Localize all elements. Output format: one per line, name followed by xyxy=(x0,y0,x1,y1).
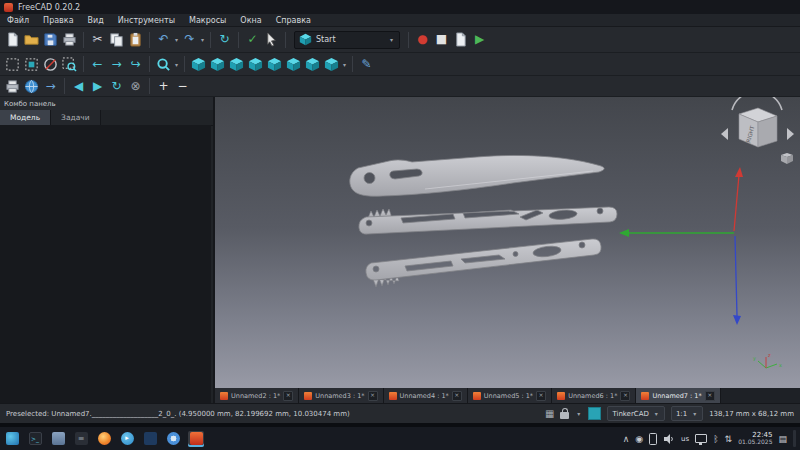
browser-refresh-icon[interactable]: ↻ xyxy=(107,77,126,96)
combo-panel-title[interactable]: Комбо панель xyxy=(0,97,213,110)
view-bottom-icon[interactable] xyxy=(284,55,303,74)
doc-tab-active[interactable]: Unnamed7 : 1* × xyxy=(636,388,720,403)
clock[interactable]: 22:45 01.05.2025 xyxy=(738,432,772,446)
terminal-app-button[interactable]: >_ xyxy=(27,431,43,447)
web-home-icon[interactable] xyxy=(22,77,41,96)
show-desktop-button[interactable] xyxy=(793,430,796,447)
doc-tab[interactable]: Unnamed4 : 1* × xyxy=(384,388,468,403)
fit-zoom-icon[interactable] xyxy=(154,55,173,74)
menu-view[interactable]: Вид xyxy=(81,16,111,25)
tray-expand-icon[interactable]: ∧ xyxy=(623,434,630,444)
view-right-icon[interactable] xyxy=(246,55,265,74)
doc-tab[interactable]: Unnamed3 : 1* × xyxy=(299,388,383,403)
redo-dropdown-icon[interactable]: ▾ xyxy=(199,36,206,43)
nav-forward-arrow-icon[interactable]: → xyxy=(107,55,126,74)
browser-app-button[interactable] xyxy=(165,431,181,447)
keyboard-layout-indicator[interactable]: us xyxy=(681,435,689,443)
macro-record-icon[interactable]: ● xyxy=(413,30,432,49)
browser-forward-icon[interactable]: ▶ xyxy=(88,77,107,96)
box-selection-icon[interactable] xyxy=(3,55,22,74)
model-tree-area[interactable] xyxy=(0,125,211,403)
close-icon[interactable]: × xyxy=(452,391,462,401)
code-app-button[interactable] xyxy=(142,431,158,447)
macro-stop-icon[interactable]: ■ xyxy=(432,30,451,49)
print-icon[interactable] xyxy=(60,30,79,49)
cut-icon[interactable]: ✂ xyxy=(88,30,107,49)
save-icon[interactable] xyxy=(41,30,60,49)
view-left-icon[interactable] xyxy=(303,55,322,74)
menu-tools[interactable]: Инструменты xyxy=(111,16,182,25)
firefox-app-button[interactable] xyxy=(96,431,112,447)
media-tray-icon[interactable]: ◉ xyxy=(635,434,643,444)
display-icon[interactable] xyxy=(695,434,707,443)
files-app-button[interactable] xyxy=(50,431,66,447)
close-icon[interactable]: × xyxy=(705,391,715,401)
new-file-icon[interactable] xyxy=(3,30,22,49)
telegram-app-button[interactable]: ▸ xyxy=(119,431,135,447)
color-swatch-button[interactable] xyxy=(588,407,601,420)
network-icon[interactable]: ⇅ xyxy=(725,434,733,444)
zoom-in-icon[interactable]: + xyxy=(154,77,173,96)
navigation-cube[interactable]: RIGHT xyxy=(721,97,794,164)
navigation-style-selector[interactable]: TinkerCAD ▾ xyxy=(607,406,665,421)
link-navigate-icon[interactable]: ↪ xyxy=(126,55,145,74)
measure-icon[interactable]: ✎ xyxy=(357,55,376,74)
editor-app-button[interactable]: ≡ xyxy=(73,431,89,447)
printer-icon[interactable] xyxy=(3,77,22,96)
notifications-icon[interactable]: ▤ xyxy=(778,434,787,444)
menu-macros[interactable]: Макросы xyxy=(182,16,233,25)
menu-help[interactable]: Справка xyxy=(269,16,318,25)
menu-edit[interactable]: Правка xyxy=(36,16,80,25)
doc-tab[interactable]: Unnamed5 : 1* × xyxy=(468,388,552,403)
box-element-selection-icon[interactable] xyxy=(22,55,41,74)
clipping-plane-icon[interactable] xyxy=(41,55,60,74)
zoom-out-icon[interactable]: − xyxy=(173,77,192,96)
fit-zoom-dropdown-icon[interactable]: ▾ xyxy=(173,61,180,68)
redo-icon[interactable]: ↷ xyxy=(180,30,199,49)
paste-icon[interactable] xyxy=(126,30,145,49)
open-browser-icon[interactable]: → xyxy=(41,77,60,96)
zoom-region-icon[interactable] xyxy=(60,55,79,74)
menu-windows[interactable]: Окна xyxy=(233,16,268,25)
phone-connect-icon[interactable] xyxy=(649,433,657,445)
volume-icon[interactable] xyxy=(663,433,675,445)
close-icon[interactable]: × xyxy=(368,391,378,401)
view-isometric-icon[interactable] xyxy=(189,55,208,74)
copy-icon[interactable] xyxy=(107,30,126,49)
knife-handle-part-1[interactable] xyxy=(359,207,617,234)
bluetooth-icon[interactable]: ᛒ xyxy=(713,434,718,444)
tab-tasks[interactable]: Задачи xyxy=(51,110,101,125)
scale-selector[interactable]: 1:1 ▾ xyxy=(671,406,703,421)
select-cursor-icon[interactable] xyxy=(262,30,281,49)
knife-blade-part[interactable] xyxy=(350,155,604,196)
lock-icon[interactable] xyxy=(560,412,569,419)
window-titlebar[interactable]: FreeCAD 0.20.2 xyxy=(0,0,800,14)
3d-viewport[interactable]: RIGHT x y z xyxy=(215,97,800,388)
view-top-icon[interactable] xyxy=(227,55,246,74)
start-menu-button[interactable] xyxy=(4,431,20,447)
freecad-task-button[interactable] xyxy=(188,431,204,447)
refresh-icon[interactable]: ↻ xyxy=(215,30,234,49)
macro-edit-icon[interactable] xyxy=(451,30,470,49)
view-front-icon[interactable] xyxy=(208,55,227,74)
lock-dropdown-icon[interactable]: ▾ xyxy=(575,410,582,417)
close-icon[interactable]: × xyxy=(536,391,546,401)
grid-toggle-icon[interactable]: ▦ xyxy=(545,409,554,419)
macro-play-icon[interactable]: ▶ xyxy=(470,30,489,49)
menu-file[interactable]: Файл xyxy=(0,16,36,25)
knife-handle-part-2[interactable] xyxy=(366,239,601,287)
whats-this-check-icon[interactable]: ✓ xyxy=(243,30,262,49)
close-icon[interactable]: × xyxy=(283,391,293,401)
close-icon[interactable]: × xyxy=(620,391,630,401)
browser-stop-icon[interactable]: ⊗ xyxy=(126,77,145,96)
nav-back-arrow-icon[interactable]: ← xyxy=(88,55,107,74)
doc-tab[interactable]: Unnamed2 : 1* × xyxy=(215,388,299,403)
view-axonometric-icon[interactable] xyxy=(322,55,341,74)
doc-tab[interactable]: Unnamed6 : 1* × xyxy=(552,388,636,403)
browser-back-icon[interactable]: ◀ xyxy=(69,77,88,96)
tab-model[interactable]: Модель xyxy=(0,110,51,125)
workbench-selector[interactable]: Start ▾ xyxy=(294,31,400,49)
view-rear-icon[interactable] xyxy=(265,55,284,74)
axonometric-dropdown-icon[interactable]: ▾ xyxy=(341,61,348,68)
open-file-icon[interactable] xyxy=(22,30,41,49)
